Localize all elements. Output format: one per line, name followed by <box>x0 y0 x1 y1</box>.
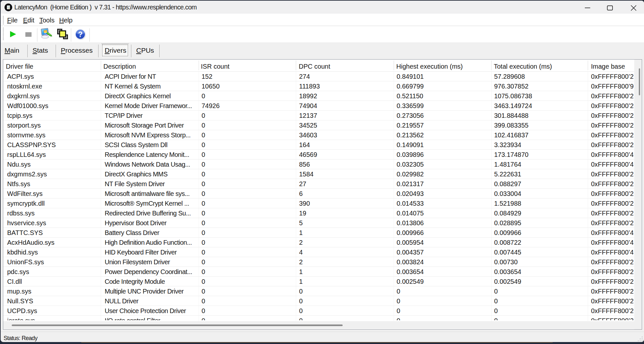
svg-text:?: ? <box>78 30 83 39</box>
